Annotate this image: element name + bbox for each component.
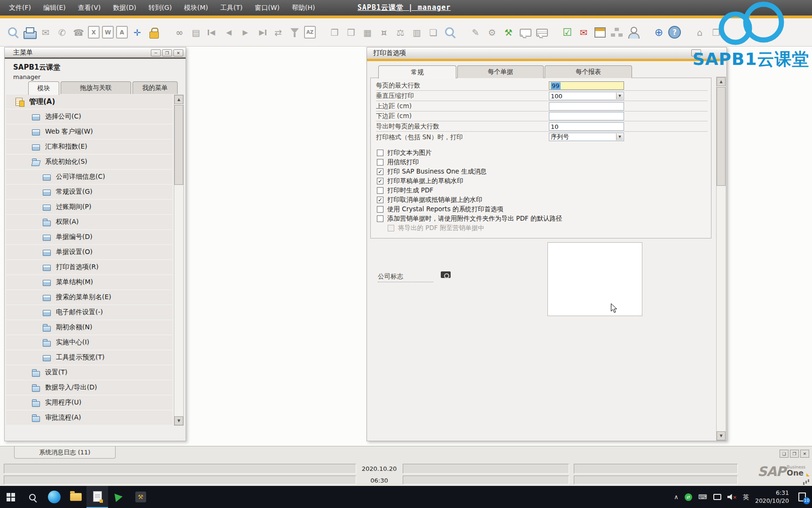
cb-crystal-reports-prefs[interactable]: 使用 Crystal Reports 的系统打印首选项 [377,205,503,214]
cb-draft-watermark[interactable]: ✓打印草稿单据上的草稿水印 [377,177,463,185]
scroll-up-icon[interactable] [717,77,726,86]
company-logo-box[interactable] [547,242,642,316]
checkbox-checked[interactable]: ✓ [377,197,383,203]
restore-icon[interactable]: ❐ [162,49,172,56]
print-icon[interactable] [22,25,36,40]
tree-item-setup[interactable]: 设置(T) [6,365,172,380]
tab-drag-relate[interactable]: 拖放与关联 [61,81,131,94]
volume-weight-icon[interactable]: ⚖ [393,25,407,40]
top-margin-input[interactable] [549,102,624,111]
tree-item-print-preferences[interactable]: 打印首选项(R) [6,260,172,274]
tray-ime-label[interactable]: 英 [743,493,749,501]
tree-item-authorizations[interactable]: 权限(A) [6,215,172,229]
tree-item-administration[interactable]: 管理(A) [6,95,172,109]
chevron-down-icon[interactable] [616,93,623,99]
edit-icon[interactable]: ✎ [468,25,483,40]
sap-b1-taskbar-button[interactable] [86,486,108,508]
scroll-down-icon[interactable] [174,416,183,425]
copy-from-icon[interactable]: ❐ [328,25,342,40]
export-max-rows-input[interactable]: 10 [549,122,624,131]
org-chart-icon[interactable] [609,25,624,40]
cb-generate-pdf-on-print[interactable]: 打印时生成 PDF [377,186,433,195]
checkbox-checked[interactable]: ✓ [377,168,383,175]
remarks-icon[interactable] [518,25,532,40]
scroll-thumb[interactable] [174,105,183,185]
menu-view[interactable]: 查看(V) [72,4,107,12]
cb-cancel-watermark[interactable]: ✓打印取消单据或抵销单据上的水印 [377,196,483,204]
max-rows-per-page-input[interactable]: 99 [549,81,624,90]
taskbar-search-button[interactable] [22,486,43,508]
tree-item-document-numbering[interactable]: 单据编号(D) [6,230,172,244]
tree-item-web-client[interactable]: Web 客户端(W) [6,125,172,139]
start-button[interactable] [0,486,22,508]
edge-browser-button[interactable] [43,486,65,508]
tree-item-approval-process[interactable]: 审批流程(A) [6,411,172,425]
cb-print-on-letterhead[interactable]: 用信纸打印 [377,158,419,167]
tray-sync-icon[interactable] [685,493,692,501]
tree-item-email-settings[interactable]: 电子邮件设置(-) [6,305,172,319]
help-icon[interactable]: ? [668,26,681,39]
fax-icon[interactable]: ☎ [71,25,86,40]
tab-general[interactable]: 常规 [378,65,456,79]
company-settings-icon[interactable]: ⌂ [693,25,707,40]
filter-icon[interactable] [288,25,302,40]
launch-application-icon[interactable]: ✛ [130,25,144,40]
previous-record-icon[interactable]: ◀ [222,25,236,40]
main-menu-titlebar[interactable]: 主菜单 ─ ❐ ✕ [5,48,186,59]
sort-icon[interactable]: AZ [304,26,316,39]
menu-file[interactable]: 文件(F) [3,4,37,12]
tree-item-menu-structure[interactable]: 菜单结构(M) [6,275,172,289]
tree-item-implementation-center[interactable]: 实施中心(I) [6,335,172,349]
tray-expand-icon[interactable]: ∧ [674,493,679,500]
menu-help[interactable]: 帮助(H) [286,4,321,12]
tree-item-document-settings[interactable]: 单据设置(O) [6,245,172,259]
tree-item-company-details[interactable]: 公司详细信息(C) [6,170,172,184]
export-word-icon[interactable]: W [102,26,114,39]
gross-profit-icon[interactable]: ¤ [377,25,391,40]
scroll-down-icon[interactable] [717,431,726,440]
system-message-log-tab[interactable]: 系统消息日志 (11) [14,446,116,459]
menu-edit[interactable]: 编辑(E) [37,4,72,12]
list-icon[interactable]: ▤ [189,25,203,40]
todo-list-icon[interactable]: ☑ [560,25,574,40]
camera-icon[interactable] [440,270,451,278]
refresh-icon[interactable]: ⇄ [271,25,285,40]
print-preview-icon[interactable] [6,25,20,40]
dialog-titlebar[interactable]: 打印首选项 ─ [367,48,726,59]
bottom-margin-input[interactable] [549,112,624,120]
last-record-icon[interactable]: ▶ [255,25,269,40]
tree-item-data-import-export[interactable]: 数据导入/导出(D) [6,381,172,395]
export-pdf-icon[interactable]: A [116,26,128,39]
first-record-icon[interactable]: ◀ [205,25,219,40]
tab-per-document[interactable]: 每个单据 [457,65,544,78]
email-icon[interactable]: ✉ [39,25,53,40]
tree-item-tooltip-preview[interactable]: 工具提示预览(T) [6,350,172,365]
tree-item-opening-balances[interactable]: 期初余额(N) [6,320,172,334]
calendar-icon[interactable] [593,25,607,40]
menu-goto[interactable]: 转到(G) [142,4,178,12]
checkbox[interactable] [377,150,383,156]
company-transfer-icon[interactable]: ❒ [709,25,723,40]
tab-my-menu[interactable]: 我的菜单 [133,81,178,94]
tree-item-exchange-rates[interactable]: 汇率和指数(E) [6,140,172,154]
scroll-up-icon[interactable] [174,95,183,104]
payment-wizard-icon[interactable]: ▥ [410,25,424,40]
mailer-icon[interactable]: ✉ [577,25,591,40]
lock-screen-icon[interactable] [147,25,161,40]
checkbox[interactable] [377,187,383,194]
next-record-icon[interactable]: ▶ [238,25,252,40]
vertical-compression-select[interactable]: 100 [549,92,624,100]
tray-keyboard-icon[interactable]: ⌨ [698,493,707,500]
checkbox[interactable] [377,206,383,213]
cb-print-text-as-image[interactable]: 打印文本为图片 [377,149,432,157]
restore-icon[interactable]: ❐ [790,450,799,458]
tools-app-button[interactable] [130,486,151,508]
tree-item-menu-alias[interactable]: 搜索的菜单别名(E) [6,290,172,304]
query-generator-icon[interactable]: ⚒ [501,25,515,40]
cb-print-sap-messages[interactable]: ✓打印 SAP Business One 生成消息 [377,167,486,176]
menu-modules[interactable]: 模块(M) [178,4,214,12]
tree-item-posting-periods[interactable]: 过账期间(P) [6,200,172,214]
checkbox-checked[interactable]: ✓ [377,178,383,184]
user-icon[interactable] [626,25,640,40]
checkbox[interactable] [377,159,383,166]
